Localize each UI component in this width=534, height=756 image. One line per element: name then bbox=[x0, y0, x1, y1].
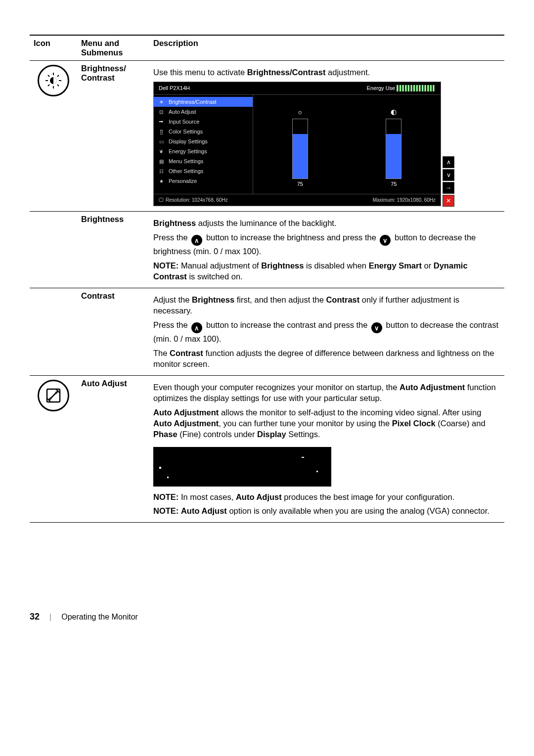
osd-item-input[interactable]: ⮕Input Source bbox=[154, 117, 253, 127]
text: Settings. bbox=[286, 430, 320, 439]
menu-auto-adjust: Auto Adjust bbox=[77, 376, 149, 523]
text: Press the bbox=[153, 320, 190, 329]
osd-item-menu[interactable]: ▤Menu Settings bbox=[154, 156, 253, 166]
note-label: NOTE: bbox=[153, 261, 178, 270]
svg-line-8 bbox=[57, 75, 59, 77]
star-icon: ★ bbox=[158, 178, 165, 184]
sliders-icon: ☷ bbox=[158, 169, 165, 174]
text: adjusts the luminance of the backlight. bbox=[196, 219, 336, 227]
osd-side-buttons: ∧ ∨ → ✕ bbox=[443, 156, 454, 207]
autoadj-p1: Even though your computer recognizes you… bbox=[153, 382, 500, 404]
osd-contrast-slider[interactable]: ◐ 75 bbox=[386, 108, 401, 187]
menu-brightness-contrast: Brightness/ Contrast bbox=[77, 61, 149, 212]
osd-item-autoadjust[interactable]: ⊡Auto Adjust bbox=[154, 107, 253, 117]
osd-item-other[interactable]: ☷Other Settings bbox=[154, 166, 253, 176]
col-icon: Icon bbox=[30, 35, 77, 61]
text-bold: Contrast bbox=[170, 349, 203, 357]
input-icon: ⮕ bbox=[158, 119, 165, 125]
sun-icon: ☀ bbox=[158, 99, 165, 105]
contrast-circle-icon: ◐ bbox=[391, 108, 397, 116]
chevron-up-icon: ∧ bbox=[191, 322, 202, 333]
osd-model: Dell P2X14H bbox=[159, 85, 190, 91]
text-bold: Auto Adjustment bbox=[153, 419, 219, 428]
label: Auto Adjust bbox=[169, 109, 196, 115]
brightness-icon bbox=[38, 65, 69, 96]
monitor-icon: 🖵 bbox=[159, 197, 164, 203]
menu-brightness: Brightness bbox=[77, 212, 149, 288]
autoadj-note1: NOTE: In most cases, Auto Adjust produce… bbox=[153, 491, 500, 502]
contrast-line3: The Contrast function adjusts the degree… bbox=[153, 348, 500, 370]
osd-resolution: 🖵Resolution: 1024x768, 60Hz bbox=[159, 197, 228, 203]
text-bold: Auto Adjustment bbox=[400, 383, 465, 392]
text-bold: Pixel Clock bbox=[392, 419, 436, 428]
label: Personalize bbox=[169, 178, 197, 184]
page-number: 32 bbox=[30, 612, 40, 622]
nav-right-button[interactable]: → bbox=[443, 182, 454, 194]
text: button to increase the brightness and pr… bbox=[206, 233, 379, 242]
text: Manual adjustment of bbox=[178, 261, 261, 270]
text-bold: Brightness bbox=[261, 261, 304, 270]
osd-item-brightness[interactable]: ☀Brightness/Contrast bbox=[154, 97, 253, 107]
nav-close-button[interactable]: ✕ bbox=[443, 195, 454, 207]
energy-bars-icon: ▌▌▌▌▌▌▌▌▌▌▌▌▌▌ bbox=[397, 85, 436, 91]
brightness-line2: Press the ∧ button to increase the brigh… bbox=[153, 232, 500, 257]
osd-menu-list: ☀Brightness/Contrast ⊡Auto Adjust ⮕Input… bbox=[154, 95, 253, 194]
label: Brightness/Contrast bbox=[169, 99, 217, 105]
chevron-down-icon: ∨ bbox=[371, 322, 382, 333]
text: function adjusts the degree of differenc… bbox=[153, 349, 494, 368]
brightness-line1: Brightness adjusts the luminance of the … bbox=[153, 218, 500, 228]
contrast-line2: Press the ∧ button to increase the contr… bbox=[153, 319, 500, 345]
text: Press the bbox=[153, 233, 190, 242]
text: The bbox=[153, 349, 170, 357]
text-bold: Energy Smart bbox=[369, 261, 422, 270]
text-bold: Auto Adjust bbox=[236, 492, 282, 501]
label: Menu Settings bbox=[169, 158, 203, 164]
target-icon: ⊡ bbox=[158, 109, 165, 115]
brightness-note: NOTE: Manual adjustment of Brightness is… bbox=[153, 260, 500, 282]
osd-item-energy[interactable]: ❦Energy Settings bbox=[154, 146, 253, 156]
text: is switched on. bbox=[187, 272, 243, 281]
brightness-value: 75 bbox=[297, 181, 303, 187]
text: button to increase the contrast and pres… bbox=[206, 320, 370, 329]
page-footer: 32 | Operating the Monitor bbox=[30, 612, 504, 622]
col-description: Description bbox=[149, 35, 504, 61]
row-auto-adjust: Auto Adjust Even though your computer re… bbox=[30, 376, 504, 523]
text: , you can further tune your monitor by u… bbox=[219, 419, 392, 428]
label: Input Source bbox=[169, 119, 199, 125]
label: Other Settings bbox=[169, 168, 203, 174]
text-bold: Auto Adjust bbox=[181, 506, 227, 515]
text-bold: Auto Adjustment bbox=[153, 408, 219, 417]
menu-icon: ▤ bbox=[158, 159, 165, 164]
nav-up-button[interactable]: ∧ bbox=[443, 156, 454, 168]
text: is disabled when bbox=[304, 261, 368, 270]
svg-line-5 bbox=[48, 75, 49, 77]
text: Adjust the bbox=[153, 295, 192, 304]
osd-item-personalize[interactable]: ★Personalize bbox=[154, 176, 253, 186]
text: Resolution: 1024x768, 60Hz bbox=[166, 197, 228, 203]
text-bold: Display bbox=[257, 430, 286, 439]
row-brightness-contrast: Brightness/ Contrast Use this menu to ac… bbox=[30, 61, 504, 212]
text: produces the best image for your configu… bbox=[282, 492, 454, 501]
text: (Fine) controls under bbox=[178, 430, 257, 439]
text-bold: Brightness bbox=[153, 219, 196, 227]
text-bold: Brightness bbox=[192, 295, 234, 304]
osd-brightness-slider[interactable]: ☼ 75 bbox=[292, 108, 308, 187]
palette-icon: ⣿ bbox=[158, 129, 165, 134]
footer-separator: | bbox=[49, 613, 51, 622]
text: or bbox=[422, 261, 434, 270]
osd-item-display[interactable]: ▭Display Settings bbox=[154, 136, 253, 146]
leaf-icon: ❦ bbox=[158, 149, 165, 154]
osd-item-color[interactable]: ⣿Color Settings bbox=[154, 127, 253, 136]
display-icon: ▭ bbox=[158, 139, 165, 144]
osd-menu-table: Icon Menu and Submenus Description bbox=[30, 35, 504, 523]
bc-intro: Use this menu to activate Brightness/Con… bbox=[153, 67, 500, 78]
chevron-up-icon: ∧ bbox=[191, 235, 202, 246]
contrast-value: 75 bbox=[391, 181, 397, 187]
text: first, and then adjust the bbox=[234, 295, 326, 304]
nav-down-button[interactable]: ∨ bbox=[443, 169, 454, 181]
text: adjustment. bbox=[325, 68, 370, 77]
osd-screenshot: Dell P2X14H Energy Use ▌▌▌▌▌▌▌▌▌▌▌▌▌▌ ☀B… bbox=[153, 82, 441, 206]
text: In most cases, bbox=[178, 492, 236, 501]
label: Color Settings bbox=[169, 129, 203, 134]
col-menu: Menu and Submenus bbox=[77, 35, 149, 61]
